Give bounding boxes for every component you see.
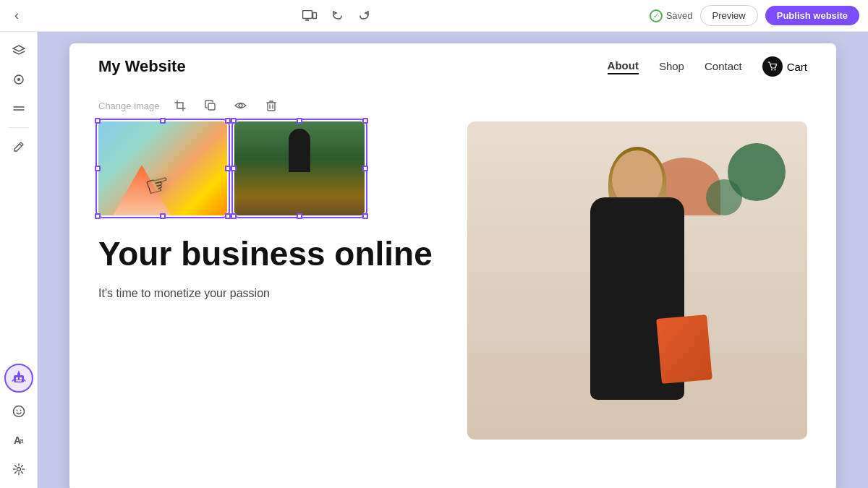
canvas-area[interactable]: My Website About Shop Contact C bbox=[38, 32, 868, 488]
saved-status: ✓ Saved bbox=[650, 9, 693, 22]
resize-handle-br[interactable] bbox=[225, 213, 231, 219]
svg-text:a: a bbox=[20, 437, 24, 445]
menu-icon bbox=[12, 106, 25, 111]
resize-handle-tr[interactable] bbox=[225, 118, 231, 124]
resize-handle-2-tr[interactable] bbox=[362, 118, 368, 124]
image-toolbar: Change image bbox=[69, 90, 836, 121]
resize-handle-2-ml[interactable] bbox=[231, 166, 237, 171]
visibility-button[interactable] bbox=[231, 95, 251, 116]
svg-point-15 bbox=[18, 371, 20, 372]
resize-handle-2-bm[interactable] bbox=[297, 213, 302, 219]
image-2-content bbox=[234, 121, 365, 215]
svg-point-5 bbox=[17, 78, 20, 81]
resize-handle-2-mr[interactable] bbox=[362, 166, 368, 171]
resize-handle-bl[interactable] bbox=[95, 213, 101, 219]
eye-icon bbox=[234, 101, 247, 110]
sidebar-text-button[interactable]: A a bbox=[6, 427, 32, 453]
nav-link-about[interactable]: About bbox=[608, 59, 639, 74]
resize-handle-tl[interactable] bbox=[95, 118, 101, 124]
saved-label: Saved bbox=[666, 10, 693, 21]
saved-check-icon: ✓ bbox=[650, 9, 663, 22]
text-style-icon: A a bbox=[12, 434, 25, 447]
resize-handle-2-tl[interactable] bbox=[231, 118, 237, 124]
robot-icon bbox=[11, 370, 27, 386]
sidebar-edit-button[interactable] bbox=[6, 134, 32, 160]
sidebar-emoji-button[interactable] bbox=[6, 398, 32, 424]
svg-rect-1 bbox=[312, 12, 316, 18]
sidebar-media-button[interactable] bbox=[6, 95, 32, 121]
svg-rect-18 bbox=[16, 380, 22, 382]
redo-button[interactable] bbox=[354, 6, 375, 26]
svg-rect-10 bbox=[16, 377, 18, 380]
gear-icon bbox=[12, 463, 25, 476]
resize-handle-tm[interactable] bbox=[160, 118, 166, 124]
image-grid: ☞ bbox=[98, 121, 446, 215]
trash-icon bbox=[266, 100, 276, 111]
resize-handle-mr[interactable] bbox=[225, 166, 231, 171]
svg-point-28 bbox=[239, 104, 242, 108]
website-canvas: My Website About Shop Contact C bbox=[69, 43, 836, 488]
svg-rect-0 bbox=[302, 10, 312, 18]
hero-subtext[interactable]: It's time to monetize your passion bbox=[98, 284, 446, 303]
preview-button[interactable]: Preview bbox=[700, 5, 758, 26]
nav-link-shop[interactable]: Shop bbox=[659, 60, 684, 74]
smile-icon bbox=[12, 405, 25, 418]
toolbar-left: ‹ bbox=[9, 5, 25, 26]
svg-point-24 bbox=[17, 468, 20, 471]
change-image-button[interactable]: Change image bbox=[98, 100, 160, 111]
crop-button[interactable] bbox=[170, 95, 190, 116]
back-button[interactable]: ‹ bbox=[9, 5, 25, 26]
crop-icon bbox=[174, 100, 186, 111]
target-icon bbox=[13, 74, 25, 85]
toolbar-right: ✓ Saved Preview Publish website bbox=[650, 5, 859, 26]
layers-icon bbox=[12, 45, 25, 56]
delete-button[interactable] bbox=[261, 95, 281, 116]
pen-icon bbox=[13, 141, 25, 153]
svg-point-26 bbox=[774, 69, 775, 71]
publish-button[interactable]: Publish website bbox=[765, 6, 859, 25]
woman-figure bbox=[536, 136, 739, 440]
image-2[interactable] bbox=[234, 121, 365, 215]
hero-section: ☞ bbox=[69, 121, 836, 461]
duplicate-icon bbox=[205, 100, 216, 111]
svg-point-21 bbox=[20, 410, 21, 411]
svg-rect-27 bbox=[208, 103, 215, 110]
main-layout: A a My Website About Shop Contact bbox=[0, 32, 868, 488]
undo-icon bbox=[331, 10, 343, 22]
svg-point-20 bbox=[16, 410, 17, 411]
resize-handle-2-bl[interactable] bbox=[231, 213, 237, 219]
svg-rect-11 bbox=[20, 377, 22, 380]
svg-line-16 bbox=[12, 380, 14, 381]
sidebar-settings-button[interactable] bbox=[6, 456, 32, 482]
nav-links: About Shop Contact Cart bbox=[608, 56, 807, 77]
resize-handle-bm[interactable] bbox=[160, 213, 166, 219]
svg-point-19 bbox=[13, 406, 24, 417]
svg-line-17 bbox=[24, 380, 25, 381]
sidebar-add-button[interactable] bbox=[6, 67, 32, 93]
image-1[interactable]: ☞ bbox=[98, 121, 227, 215]
toolbar-center bbox=[299, 6, 375, 26]
device-icon bbox=[302, 10, 317, 22]
resize-handle-2-br[interactable] bbox=[362, 213, 368, 219]
website-nav: My Website About Shop Contact C bbox=[69, 43, 836, 90]
cart-label: Cart bbox=[787, 61, 807, 73]
nav-link-contact[interactable]: Contact bbox=[705, 60, 742, 74]
hero-headline[interactable]: Your business online bbox=[98, 236, 446, 273]
ai-assistant-button[interactable] bbox=[4, 364, 33, 393]
hero-left: ☞ bbox=[98, 121, 446, 302]
sidebar-layers-button[interactable] bbox=[6, 38, 32, 64]
duplicate-button[interactable] bbox=[200, 95, 221, 116]
left-sidebar: A a bbox=[0, 32, 38, 488]
svg-point-25 bbox=[771, 69, 773, 71]
nav-cart-button[interactable]: Cart bbox=[762, 56, 807, 77]
svg-line-8 bbox=[20, 144, 22, 146]
resize-handle-2-tm[interactable] bbox=[297, 118, 302, 124]
cart-icon bbox=[762, 56, 783, 77]
device-toggle-button[interactable] bbox=[299, 6, 320, 26]
resize-handle-ml[interactable] bbox=[95, 166, 101, 171]
sidebar-divider-1 bbox=[9, 127, 29, 128]
undo-button[interactable] bbox=[327, 6, 347, 26]
top-toolbar: ‹ ✓ Saved Preview Publish websit bbox=[0, 0, 868, 32]
hero-image[interactable] bbox=[467, 121, 807, 440]
woman-book bbox=[656, 314, 712, 384]
